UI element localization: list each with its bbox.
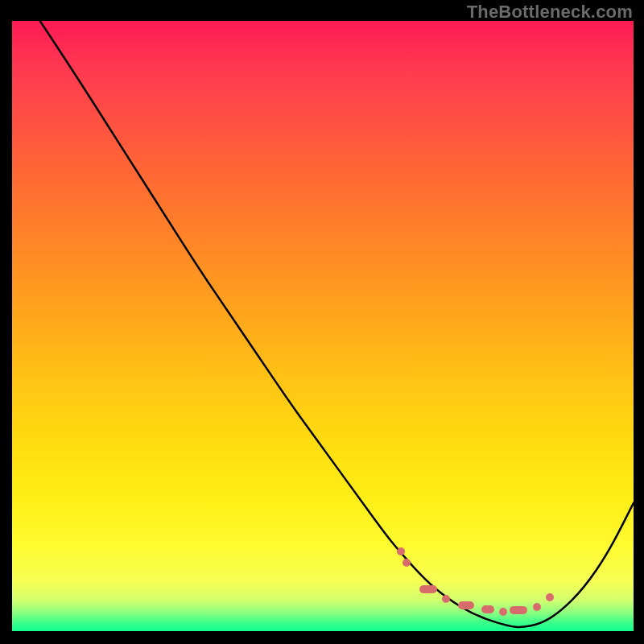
curve-marker <box>458 601 474 609</box>
curve-marker <box>397 547 405 555</box>
curve-path <box>40 21 634 627</box>
curve-marker <box>499 608 507 616</box>
curve-marker <box>510 606 527 614</box>
watermark-text: TheBottleneck.com <box>467 2 633 23</box>
curve-marker <box>442 595 450 603</box>
plot-area <box>12 21 634 631</box>
curve-marker <box>481 605 494 613</box>
chart-container: TheBottleneck.com <box>0 0 644 644</box>
curve-svg <box>12 21 634 631</box>
curve-marker <box>533 603 541 611</box>
curve-marker <box>419 585 437 593</box>
curve-marker <box>402 559 411 567</box>
curve-marker <box>546 593 554 601</box>
